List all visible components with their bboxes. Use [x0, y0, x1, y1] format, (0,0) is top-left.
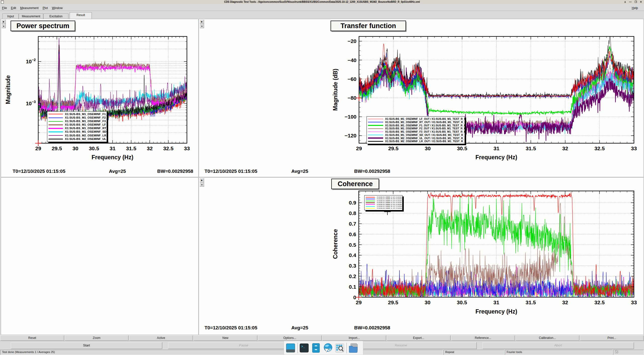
file-cabinet-icon[interactable]	[311, 342, 321, 353]
legend-entry: X1:SUS-BS_M1_OSEMINF_F1_OUT	[49, 113, 105, 116]
ps-collapse-button[interactable]: ▲	[2, 24, 6, 28]
legend-color-swatch	[366, 208, 375, 209]
legend-label: X1:SUS-BS_M1_OSEMINF_F3_OUT / X1:SUS-BS_…	[385, 130, 465, 133]
tabbar: InputMeasurementExcitationResult	[0, 12, 644, 19]
legend-color-swatch	[368, 128, 383, 129]
legend-label: X1:SUS-BS_M1_OSEMINF_LF_OUT / X1:SUS-BS_…	[385, 118, 465, 120]
coherence-footer-bw: BW=0.00292958	[354, 325, 390, 331]
search-icon[interactable]	[335, 342, 345, 353]
tf-expand-button[interactable]: ▶	[200, 20, 204, 24]
legend-entry: X1:SUS-BS_M1_OSEMINF_LF_OUT / X1:SUS-BS_…	[366, 197, 401, 198]
zoom-button[interactable]: Zoom	[65, 335, 129, 341]
taskbar-separator	[346, 343, 347, 353]
legend-label: X1:SUS-BS_M1_OSEMINF_F2_OUT / X1:SUS-BS_…	[377, 202, 403, 203]
legend-entry: X1:SUS-BS_M1_OSEMINF_F3_OUT	[49, 120, 105, 123]
minimize-button[interactable]: —	[629, 0, 632, 4]
calibration-button[interactable]: Calibration...	[515, 335, 579, 341]
legend-label: X1:SUS-BS_M1_OSEMINF_SD_OUT / X1:SUS-BS_…	[385, 134, 465, 136]
options-button[interactable]: Options...	[258, 335, 322, 341]
legend-entry: X1:SUS-BS_M1_OSEMINF_SD_OUT / X1:SUS-BS_…	[366, 206, 401, 207]
close-button[interactable]: ✕	[640, 0, 642, 4]
legend-color-swatch	[368, 132, 383, 132]
legend-label: X1:SUS-BS_M2_OSEMINF_UL_OUT	[65, 138, 107, 141]
legend-label: X1:SUS-BS_M1_OSEMINF_F1_OUT	[65, 113, 107, 116]
legend-label: X1:SUS-BS_M1_OSEMINF_F2_OUT / X1:SUS-BS_…	[385, 127, 465, 130]
legend-entry: X1:SUS-BS_M1_OSEMINF_RT_OUT / X1:SUS-BS_…	[366, 198, 401, 199]
legend-entry: X1:SUS-BS_M2_OSEMINF_LR_OUT / X1:SUS-BS_…	[368, 140, 463, 143]
status-repeat: Repeat	[444, 350, 504, 355]
transfer-function-footer-bw: BW=0.00292958	[354, 169, 390, 174]
coh-expand-button[interactable]: ▶	[200, 178, 204, 182]
start-button[interactable]: Start	[11, 342, 162, 349]
legend-color-swatch	[366, 197, 375, 197]
status-spare	[613, 350, 644, 355]
coherence-footer-t0: T0=12/10/2025 01:15:05	[205, 325, 257, 331]
menu-measurement[interactable]: Measurement	[20, 6, 38, 10]
legend-label: X1:SUS-BS_M1_OSEMINF_F1_OUT / X1:SUS-BS_…	[377, 200, 403, 201]
maximize-button[interactable]: ❐	[635, 0, 637, 4]
reference-button[interactable]: Reference...	[451, 335, 515, 341]
legend-entry: X1:SUS-BS_M2_OSEMINF_UL_OUT / X1:SUS-BS_…	[366, 208, 401, 209]
globe-icon[interactable]	[323, 342, 333, 353]
legend-color-swatch	[49, 121, 63, 122]
terminal-icon[interactable]: >_	[299, 342, 310, 353]
new-button[interactable]: New	[193, 335, 257, 341]
folder-icon[interactable]	[348, 342, 359, 353]
menubar: FileEditMeasurementPlotWindow Help	[0, 4, 644, 11]
transfer-function-panel	[199, 19, 644, 177]
import-button[interactable]: Import...	[322, 335, 386, 341]
export-button[interactable]: Export...	[387, 335, 451, 341]
tab-input[interactable]: Input	[3, 14, 19, 19]
legend-color-swatch	[49, 114, 63, 114]
tab-result[interactable]: Result	[70, 12, 92, 19]
legend-color-swatch	[368, 119, 383, 119]
legend-color-swatch	[49, 128, 63, 129]
legend-color-swatch	[368, 137, 383, 139]
legend-color-swatch	[368, 125, 383, 126]
legend-entry: X1:SUS-BS_M1_OSEMINF_LF_OUT	[49, 123, 105, 126]
menu-window[interactable]: Window	[52, 6, 63, 10]
legend-color-swatch	[49, 135, 63, 136]
legend-entry: X1:SUS-BS_M1_OSEMINF_F3_OUT / X1:SUS-BS_…	[368, 130, 463, 133]
plot-toolbar: ResetZoomActiveNewOptions...Import...Exp…	[0, 335, 644, 341]
legend-color-swatch	[49, 118, 63, 118]
print-button[interactable]: Print...	[580, 335, 644, 341]
active-button[interactable]: Active	[129, 335, 193, 341]
legend-entry: X1:SUS-BS_M1_OSEMINF_LF_OUT / X1:SUS-BS_…	[368, 118, 463, 120]
legend-label: X1:SUS-BS_M2_OSEMINF_LR_OUT / X1:SUS-BS_…	[385, 140, 465, 143]
legend-label: X1:SUS-BS_M1_OSEMINF_SD_OUT	[65, 130, 107, 133]
legend-color-swatch	[368, 122, 383, 122]
shade-button[interactable]: ∧	[624, 0, 626, 4]
legend-label: X1:SUS-BS_M1_OSEMINF_F3_OUT	[65, 120, 107, 123]
legend-entry: X1:SUS-BS_M1_OSEMINF_F1_OUT / X1:SUS-BS_…	[368, 124, 463, 127]
power-spectrum-title: Power spectrum	[11, 21, 75, 31]
power-spectrum-footer-t0: T0=12/10/2025 01:15:05	[13, 169, 65, 174]
legend-label: X1:SUS-BS_M1_OSEMINF_F1_OUT / X1:SUS-BS_…	[385, 124, 465, 127]
coherence-title: Coherence	[331, 179, 379, 189]
cds-diagnostic-test-tools-window: { "window": { "title": "CDS Diagnostic T…	[0, 0, 644, 355]
svg-text:>_: >_	[301, 345, 305, 348]
legend-entry: X1:SUS-BS_M1_OSEMINF_F2_OUT	[49, 116, 105, 119]
legend-label: X1:SUS-BS_M1_OSEMINF_RT_OUT / X1:SUS-BS_…	[377, 198, 403, 199]
resize-grip-icon[interactable]	[615, 350, 618, 353]
titlebar[interactable]: CDS Diagnostic Test Tools - /ligo/svncom…	[0, 0, 644, 4]
ps-expand-button[interactable]: ▶	[2, 20, 6, 24]
tf-collapse-button[interactable]: ▲	[200, 24, 204, 28]
tab-measurement[interactable]: Measurement	[19, 14, 43, 19]
menu-file[interactable]: File	[2, 6, 7, 10]
tab-excitation[interactable]: Excitation	[44, 14, 68, 19]
menu-plot[interactable]: Plot	[43, 6, 48, 10]
coherence-footer-avg: Avg=25	[291, 325, 308, 331]
legend-color-swatch	[366, 201, 375, 201]
abort-button[interactable]: Abort	[482, 342, 634, 349]
reset-button[interactable]: Reset	[0, 335, 64, 341]
empty-result-panel	[1, 177, 198, 335]
legend-entry: X1:SUS-BS_M2_OSEMINF_LR_OUT	[49, 134, 105, 137]
legend-color-swatch	[49, 124, 63, 125]
legend-label: X1:SUS-BS_M1_OSEMINF_SD_OUT / X1:SUS-BS_…	[377, 206, 403, 207]
menu-edit[interactable]: Edit	[11, 6, 16, 10]
coh-collapse-button[interactable]: ▲	[200, 182, 204, 187]
menu-help[interactable]: Help	[632, 6, 638, 10]
legend-label: X1:SUS-BS_M1_OSEMINF_LF_OUT / X1:SUS-BS_…	[377, 197, 403, 198]
window-icon[interactable]	[286, 342, 296, 353]
